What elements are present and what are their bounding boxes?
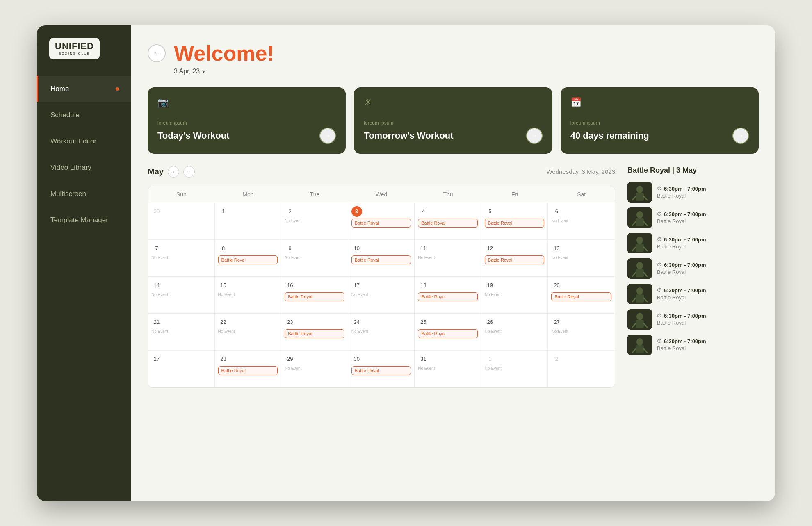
cell-date: 19 (485, 280, 495, 291)
event-thumb-1 (627, 207, 652, 228)
event-item-2[interactable]: ⏱ 6:30pm - 7:00pmBattle Royal (627, 233, 759, 253)
sidebar-item-home[interactable]: Home (37, 76, 131, 102)
card-arrow-remaining[interactable]: → (732, 128, 749, 144)
cell-date: 13 (551, 243, 562, 254)
calendar-cell-32[interactable]: 31No Event (415, 351, 481, 387)
calendar-cell-25[interactable]: 25Battle Royal (415, 314, 481, 351)
calendar-cell-10[interactable]: 10Battle Royal (348, 240, 415, 277)
card-title-remaining: 40 days remaining (570, 130, 649, 141)
calendar-cell-13[interactable]: 13No Event (548, 240, 615, 277)
event-pill[interactable]: Battle Royal (285, 329, 344, 338)
event-item-5[interactable]: ⏱ 6:30pm - 7:00pmBattle Royal (627, 309, 759, 330)
event-pill[interactable]: Battle Royal (351, 255, 411, 264)
calendar-cell-3[interactable]: 3Battle Royal (348, 203, 415, 240)
sidebar-item-multiscreen[interactable]: Multiscreen (37, 181, 131, 207)
event-pill[interactable]: Battle Royal (218, 366, 278, 375)
calendar-cell-7[interactable]: 7No Event (148, 240, 215, 277)
calendar-cell-30[interactable]: 29No Event (281, 351, 348, 387)
workout-icon: 📷 (157, 97, 336, 108)
sidebar-item-workout-editor[interactable]: Workout Editor (37, 128, 131, 155)
event-time-3: ⏱ 6:30pm - 7:00pm (657, 262, 706, 268)
event-item-3[interactable]: ⏱ 6:30pm - 7:00pmBattle Royal (627, 258, 759, 279)
calendar-cell-17[interactable]: 17No Event (348, 277, 415, 314)
day-mon: Mon (215, 186, 282, 203)
day-thu: Thu (415, 186, 481, 203)
calendar-cell-23[interactable]: 23Battle Royal (281, 314, 348, 351)
calendar-cell-0[interactable]: 30 (148, 203, 215, 240)
cell-date: 30 (151, 206, 162, 217)
sidebar-item-template-manager[interactable]: Template Manager (37, 207, 131, 233)
calendar-cell-16[interactable]: 16Battle Royal (281, 277, 348, 314)
event-pill[interactable]: Battle Royal (351, 366, 411, 375)
event-pill[interactable]: Battle Royal (351, 219, 411, 228)
cards-row: 📷 loreum ipsum Today's Workout → ☀ loreu… (148, 87, 759, 154)
calendar-cell-19[interactable]: 19No Event (481, 277, 548, 314)
card-arrow-tomorrow[interactable]: → (526, 128, 543, 144)
cell-date: 11 (418, 243, 429, 254)
event-pill[interactable]: Battle Royal (485, 219, 545, 228)
calendar-cell-28[interactable]: 27 (148, 351, 215, 387)
event-info-6: ⏱ 6:30pm - 7:00pmBattle Royal (657, 338, 706, 351)
next-month-button[interactable]: › (183, 166, 195, 178)
event-item-4[interactable]: ⏱ 6:30pm - 7:00pmBattle Royal (627, 284, 759, 304)
card-label-today: loreum ipsum (157, 120, 336, 126)
calendar-cell-22[interactable]: 22No Event (215, 314, 282, 351)
calendar-cell-2[interactable]: 2No Event (281, 203, 348, 240)
prev-month-button[interactable]: ‹ (168, 166, 179, 178)
calendar-cell-5[interactable]: 5Battle Royal (481, 203, 548, 240)
calendar-cell-24[interactable]: 24No Event (348, 314, 415, 351)
no-event-label: No Event (485, 366, 545, 371)
event-pill[interactable]: Battle Royal (418, 292, 478, 301)
event-pill[interactable]: Battle Royal (218, 255, 278, 264)
event-name-5: Battle Royal (657, 320, 706, 326)
event-info-4: ⏱ 6:30pm - 7:00pmBattle Royal (657, 287, 706, 301)
svg-point-11 (636, 237, 643, 244)
no-event-label: No Event (151, 329, 211, 334)
cell-date: 20 (551, 280, 562, 291)
calendar-cell-20[interactable]: 20Battle Royal (548, 277, 615, 314)
calendar-cell-18[interactable]: 18Battle Royal (415, 277, 481, 314)
calendar-cell-14[interactable]: 14No Event (148, 277, 215, 314)
calendar-cell-29[interactable]: 28Battle Royal (215, 351, 282, 387)
back-button[interactable]: ← (148, 44, 166, 62)
cell-date: 6 (551, 206, 562, 217)
day-sat: Sat (548, 186, 615, 203)
calendar-cell-1[interactable]: 1 (215, 203, 282, 240)
card-bottom-today: Today's Workout → (157, 128, 336, 144)
calendar-cell-34[interactable]: 2 (548, 351, 615, 387)
calendar-cell-12[interactable]: 12Battle Royal (481, 240, 548, 277)
chevron-down-icon[interactable]: ▾ (202, 68, 205, 75)
svg-rect-22 (636, 294, 644, 303)
events-panel: Battle Royal | 3 May ⏱ 6:30pm - 7:00pmBa… (627, 166, 759, 489)
no-event-label: No Event (351, 292, 411, 297)
event-item-1[interactable]: ⏱ 6:30pm - 7:00pmBattle Royal (627, 207, 759, 228)
no-event-label: No Event (285, 219, 344, 223)
calendar-cell-21[interactable]: 21No Event (148, 314, 215, 351)
event-item-6[interactable]: ⏱ 6:30pm - 7:00pmBattle Royal (627, 335, 759, 355)
event-item-0[interactable]: ⏱ 6:30pm - 7:00pmBattle Royal (627, 182, 759, 203)
calendar-cell-33[interactable]: 1No Event (481, 351, 548, 387)
card-arrow-today[interactable]: → (319, 128, 336, 144)
event-pill[interactable]: Battle Royal (485, 255, 545, 264)
calendar-cell-26[interactable]: 26No Event (481, 314, 548, 351)
sunrise-icon: ☀ (364, 97, 542, 108)
clock-icon: ⏱ (657, 211, 662, 217)
event-pill[interactable]: Battle Royal (418, 219, 478, 228)
cell-date: 8 (218, 243, 229, 254)
sidebar-item-video-library[interactable]: Video Library (37, 155, 131, 181)
calendar-cell-4[interactable]: 4Battle Royal (415, 203, 481, 240)
calendar-cell-9[interactable]: 9No Event (281, 240, 348, 277)
event-pill[interactable]: Battle Royal (418, 329, 478, 338)
calendar-cell-27[interactable]: 27No Event (548, 314, 615, 351)
no-event-label: No Event (485, 329, 545, 334)
event-pill[interactable]: Battle Royal (285, 292, 344, 301)
logo-box: UNIFIED BOXING CLUB (49, 38, 100, 59)
calendar-cell-31[interactable]: 30Battle Royal (348, 351, 415, 387)
calendar-cell-11[interactable]: 11No Event (415, 240, 481, 277)
sidebar-item-schedule[interactable]: Schedule (37, 102, 131, 128)
event-pill[interactable]: Battle Royal (551, 292, 611, 301)
calendar-cell-6[interactable]: 6No Event (548, 203, 615, 240)
svg-rect-12 (636, 244, 644, 252)
calendar-cell-8[interactable]: 8Battle Royal (215, 240, 282, 277)
calendar-cell-15[interactable]: 15No Event (215, 277, 282, 314)
